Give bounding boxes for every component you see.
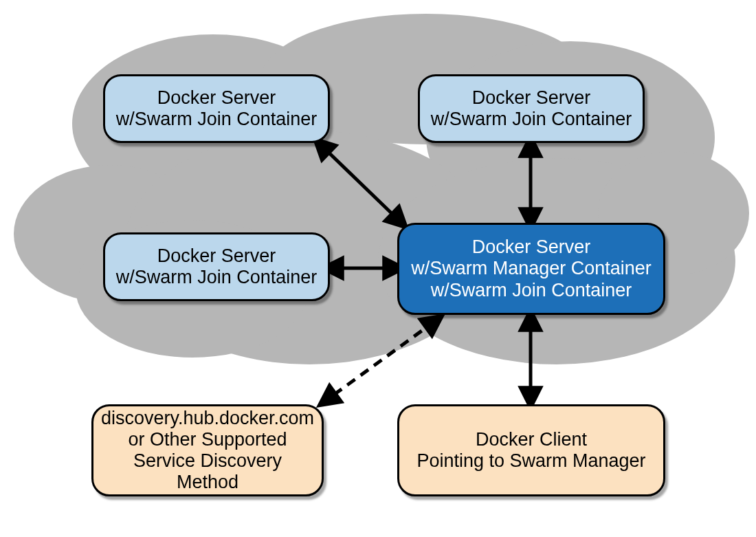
node-docker-server-worker-3: Docker Server w/Swarm Join Container [103,232,330,301]
node-line: or Other Supported [128,429,287,450]
diagram-stage: Docker Server w/Swarm Join Container Doc… [0,0,756,537]
node-line: Docker Server [472,87,591,109]
node-docker-server-worker-2: Docker Server w/Swarm Join Container [418,74,645,143]
node-line: w/Swarm Join Container [116,109,318,130]
node-line: discovery.hub.docker.com [101,408,314,429]
node-line: Docker Client [476,429,587,450]
node-docker-server-manager: Docker Server w/Swarm Manager Container … [397,223,665,315]
node-docker-client: Docker Client Pointing to Swarm Manager [397,404,665,496]
node-line: w/Swarm Join Container [431,280,632,301]
node-line: Pointing to Swarm Manager [416,450,645,472]
node-line: Docker Server [472,237,591,258]
node-line: Docker Server [157,245,276,267]
node-line: Docker Server [157,87,276,109]
node-line: w/Swarm Join Container [116,267,318,288]
node-line: w/Swarm Manager Container [411,258,652,279]
node-line: w/Swarm Join Container [431,109,632,130]
node-line: Service Discovery Method [100,450,315,493]
node-docker-server-worker-1: Docker Server w/Swarm Join Container [103,74,330,143]
node-service-discovery: discovery.hub.docker.com or Other Suppor… [91,404,324,496]
